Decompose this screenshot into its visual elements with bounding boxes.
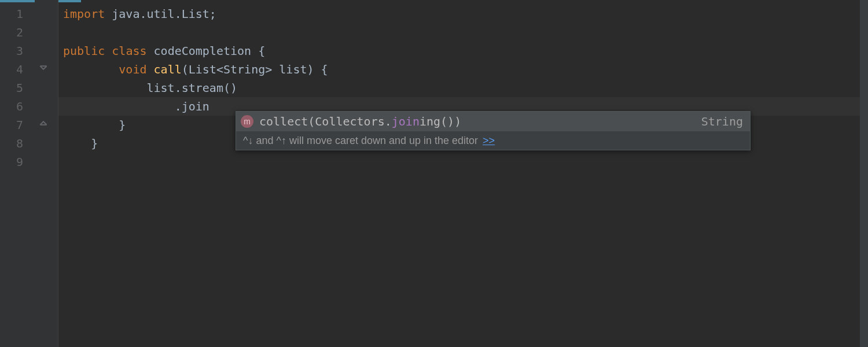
line-number[interactable]: 2	[0, 23, 23, 42]
line-number[interactable]: 3	[0, 42, 23, 60]
completion-return-type: String	[701, 112, 743, 131]
class-name: codeCompletion	[154, 44, 259, 58]
params: (List<String> list) {	[182, 62, 328, 76]
scrollbar[interactable]	[860, 0, 868, 347]
line-number[interactable]: 5	[0, 79, 23, 97]
code-line[interactable]: public class codeCompletion {	[63, 42, 868, 60]
method-icon: m	[241, 115, 253, 128]
code-text: list.stream()	[63, 81, 237, 95]
keyword: class	[112, 44, 146, 58]
completion-popup[interactable]: m collect(Collectors.joining()) String ^…	[236, 111, 751, 150]
code-text: }	[63, 118, 126, 132]
brace: {	[258, 44, 265, 58]
code-editor[interactable]: import java.util.List; public class code…	[58, 0, 868, 347]
hint-text: ^↓ and ^↑ will move caret down and up in…	[243, 131, 478, 150]
code-text: .	[63, 99, 182, 113]
line-number[interactable]: 7	[0, 116, 23, 134]
code-text: }	[63, 136, 98, 150]
keyword: void	[119, 62, 146, 76]
fold-open-icon[interactable]	[39, 64, 47, 72]
line-number[interactable]: 6	[0, 97, 23, 116]
line-number-gutter[interactable]: 1 2 3 4 5 6 7 8 9	[0, 0, 35, 347]
typed-text: join	[182, 99, 209, 113]
keyword: import	[63, 7, 105, 21]
fold-close-icon[interactable]	[39, 119, 47, 127]
line-number[interactable]: 8	[0, 134, 23, 153]
code-line[interactable]	[63, 23, 868, 42]
code-line[interactable]	[63, 153, 868, 171]
completion-hint: ^↓ and ^↑ will move caret down and up in…	[236, 131, 750, 150]
line-number[interactable]: 9	[0, 153, 23, 171]
editor-container: 1 2 3 4 5 6 7 8 9 import java.util.List;…	[0, 0, 868, 347]
code-text: java.util.List;	[105, 7, 216, 21]
line-number[interactable]: 4	[0, 60, 23, 79]
fold-gutter[interactable]	[35, 0, 58, 347]
code-line[interactable]: void call(List<String> list) {	[63, 60, 868, 79]
code-line[interactable]: import java.util.List;	[63, 5, 868, 23]
code-line[interactable]: list.stream()	[63, 79, 868, 97]
function-name: call	[154, 62, 182, 76]
line-number[interactable]: 1	[0, 5, 23, 23]
completion-match: join	[392, 115, 420, 128]
keyword: public	[63, 44, 105, 58]
completion-item[interactable]: m collect(Collectors.joining()) String	[236, 112, 750, 131]
completion-text: collect(Collectors.joining())	[259, 112, 701, 131]
hint-more-link[interactable]: >>	[483, 131, 495, 150]
